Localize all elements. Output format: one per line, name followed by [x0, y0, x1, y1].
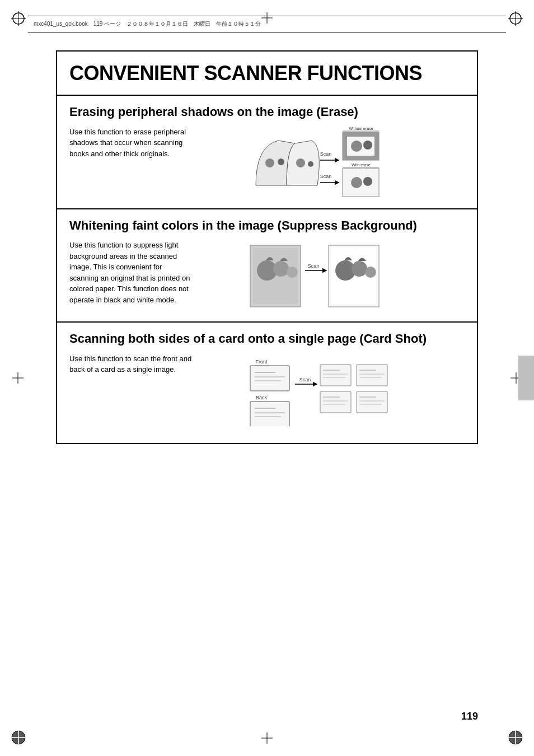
svg-point-20: [265, 158, 274, 167]
section-cardshot-text: Use this function to scan the front and …: [69, 353, 193, 375]
section-suppress-text: Use this function to suppress light back…: [69, 240, 193, 305]
main-title: CONVENIENT SCANNER FUNCTIONS: [69, 62, 465, 85]
page-number: 119: [461, 711, 478, 722]
section-cardshot-title: Scanning both sides of a card onto a sin…: [69, 332, 465, 346]
svg-rect-74: [320, 391, 351, 413]
svg-text:Without erase: Without erase: [349, 127, 373, 130]
svg-text:Scan: Scan: [320, 151, 332, 157]
section-suppress-content: Use this function to suppress light back…: [69, 240, 465, 312]
reg-mark-top-right: [507, 10, 524, 27]
section-erase-content: Use this function to erase peripheral sh…: [69, 127, 465, 199]
section-cardshot: Scanning both sides of a card onto a sin…: [57, 323, 477, 442]
section-erase-text: Use this function to erase peripheral sh…: [69, 127, 193, 160]
svg-point-33: [351, 141, 362, 152]
svg-point-34: [363, 141, 372, 150]
section-cardshot-illustration: Front Back: [204, 353, 465, 426]
svg-point-23: [308, 161, 313, 167]
svg-rect-55: [250, 366, 289, 391]
section-erase-title: Erasing peripheral shadows on the image …: [69, 105, 465, 119]
title-section: CONVENIENT SCANNER FUNCTIONS: [57, 52, 477, 96]
svg-text:Scan: Scan: [299, 377, 311, 382]
svg-rect-29: [343, 132, 379, 137]
content-area: CONVENIENT SCANNER FUNCTIONS Erasing per…: [56, 50, 478, 700]
svg-text:Front: Front: [255, 359, 268, 365]
svg-point-52: [352, 261, 367, 277]
reg-mark-bottom-left: [10, 729, 27, 746]
section-erase: Erasing peripheral shadows on the image …: [57, 96, 477, 209]
svg-rect-60: [250, 402, 289, 426]
svg-point-53: [365, 267, 376, 278]
svg-point-39: [363, 177, 372, 186]
svg-rect-32: [343, 156, 379, 160]
section-suppress: Whitening faint colors in the image (Sup…: [57, 209, 477, 323]
erase-illustration-svg: Scan Scan: [245, 127, 424, 199]
right-tab: [518, 356, 534, 400]
svg-point-21: [278, 158, 284, 165]
suppress-illustration-svg: Scan: [245, 240, 424, 312]
section-suppress-title: Whitening faint colors in the image (Sup…: [69, 218, 465, 233]
page: mxc401_us_qck.book 119 ページ ２００８年１０月１６日 木…: [0, 0, 534, 756]
section-suppress-illustration: Scan: [204, 240, 465, 312]
svg-point-22: [296, 158, 305, 167]
reg-mark-top-left: [10, 10, 27, 27]
cross-bottom: [261, 732, 273, 744]
svg-point-46: [287, 267, 298, 278]
cross-left: [12, 372, 24, 384]
reg-mark-bottom-right: [507, 729, 524, 746]
svg-rect-66: [320, 365, 351, 386]
svg-text:Scan: Scan: [320, 174, 332, 179]
section-erase-illustration: Scan Scan: [204, 127, 465, 199]
metadata-text: mxc401_us_qck.book 119 ページ ２００８年１０月１６日 木…: [34, 20, 261, 28]
svg-text:With erase: With erase: [352, 163, 371, 167]
svg-rect-70: [357, 365, 387, 386]
svg-point-38: [351, 177, 362, 188]
main-content-box: CONVENIENT SCANNER FUNCTIONS Erasing per…: [56, 50, 478, 444]
svg-text:Scan: Scan: [308, 263, 320, 269]
svg-text:Back: Back: [256, 395, 268, 400]
svg-rect-78: [357, 391, 387, 413]
header-bar: mxc401_us_qck.book 119 ページ ２００８年１０月１６日 木…: [28, 16, 506, 32]
section-cardshot-content: Use this function to scan the front and …: [69, 353, 465, 426]
cardshot-illustration-svg: Front Back: [245, 353, 424, 426]
svg-point-45: [273, 261, 289, 277]
